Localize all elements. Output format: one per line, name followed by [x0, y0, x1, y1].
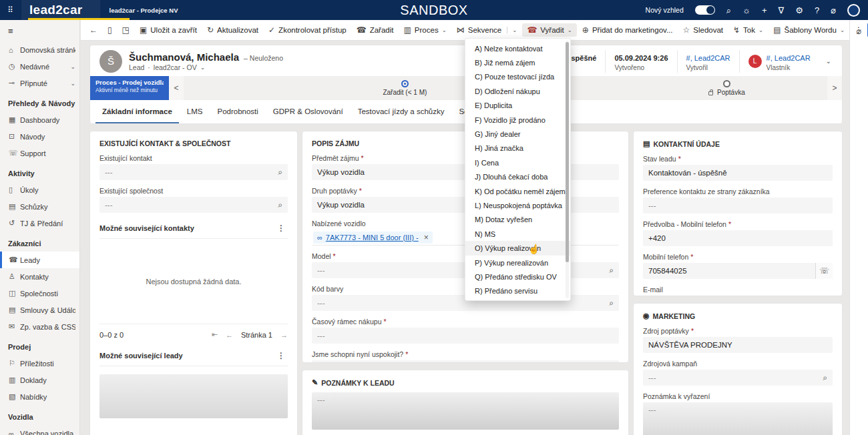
tab-gdpr-oslovovani[interactable]: GDPR & Oslovování	[266, 100, 350, 124]
field-input[interactable]: ---	[312, 328, 619, 344]
sidebar-item-dashboardy[interactable]: ▦ Dashboardy	[0, 111, 79, 128]
menu-item[interactable]: N) MS	[465, 227, 570, 241]
menu-item[interactable]: A) Nelze kontaktovat	[465, 41, 570, 55]
sidebar-section-zakaznici[interactable]: Zákazníci	[0, 232, 79, 252]
sidebar-item-support[interactable]: ☏ Support	[0, 145, 79, 161]
tab-podrobnosti[interactable]: Podrobnosti	[210, 100, 264, 124]
field-input[interactable]: ---	[643, 402, 833, 435]
sidebar-item-prilezitosti[interactable]: ⚐ Příležitosti	[0, 355, 79, 372]
field-input[interactable]: --- ⌕	[99, 164, 288, 180]
lightbulb-icon[interactable]: ☼	[742, 6, 750, 15]
check-access-button[interactable]: ✓ Zkontrolovat přístup	[264, 23, 351, 37]
sidebar-section-vozidla[interactable]: Vozidla	[0, 405, 79, 425]
menu-item[interactable]: M) Dotaz vyřešen	[465, 213, 570, 227]
user-avatar[interactable]	[847, 4, 860, 17]
field-input[interactable]: ---	[312, 360, 619, 363]
tab-testovaci-jizdy[interactable]: Testovací jízdy a schůzky	[351, 100, 451, 124]
lookup-search-icon[interactable]: ⌕	[278, 200, 282, 209]
process-stage-box[interactable]: Proces - Prodej vozidla o... Aktivní mén…	[90, 76, 169, 100]
lookup-search-icon[interactable]: ⌕	[609, 266, 614, 275]
sidebar-item-smlouvy-udalosti[interactable]: ▤ Smlouvy & Události	[0, 302, 79, 318]
sidebar-section-aktivity[interactable]: Aktivity	[0, 161, 79, 181]
sidebar-item-nabidky[interactable]: ▧ Nabídky	[0, 388, 79, 405]
process-scroll-right-icon[interactable]: >	[827, 76, 842, 100]
field-input[interactable]: --- ⌕	[99, 197, 288, 213]
menu-item[interactable]: O) Výkup realizován	[465, 241, 570, 255]
menu-item[interactable]: P) Výkup nerealizován	[465, 256, 570, 270]
field-input[interactable]: +420	[643, 230, 833, 246]
sidebar-section-prehledy[interactable]: Přehledy & Návody	[0, 91, 79, 111]
field-input[interactable]: Kontaktován - úspěšně	[643, 165, 833, 181]
menu-item[interactable]: L) Neuspokojená poptávka	[465, 198, 570, 212]
scrollbar-thumb[interactable]	[566, 42, 569, 262]
add-icon[interactable]: +	[762, 6, 767, 15]
field-input[interactable]: --- ⌕	[643, 370, 833, 386]
sidebar-item-home[interactable]: ⌂ Domovská stránka	[0, 41, 79, 58]
sidebar-item-navody[interactable]: ⊡ Návody	[0, 128, 79, 145]
scrollbar[interactable]	[566, 41, 569, 298]
status-circle-icon[interactable]: ⌀	[831, 6, 836, 15]
field-input[interactable]: ---	[643, 197, 833, 213]
sidebar-item-doklady[interactable]: ▥ Doklady	[0, 372, 79, 388]
menu-item[interactable]: Q) Předáno středisku OV	[465, 270, 570, 284]
field-input[interactable]: 705844025 ☏	[643, 263, 833, 279]
side-pane-icon[interactable]: ⌀	[857, 26, 862, 435]
process-scroll-left-icon[interactable]: <	[169, 76, 184, 100]
menu-item[interactable]: F) Vozidlo již prodáno	[465, 113, 570, 127]
menu-item[interactable]: H) Jiná značka	[465, 141, 570, 155]
form-selector[interactable]: lead2car - OV	[154, 63, 197, 71]
sidebar-item-zp-vazba-css[interactable]: ✉ Zp. vazba & CSS	[0, 318, 79, 335]
stat-created-by[interactable]: #, Lead2CAR Vytvořil	[677, 50, 739, 73]
stat-owner[interactable]: L #, Lead2CAR Vlastník	[739, 50, 819, 73]
waffle-icon[interactable]: ⠿	[0, 5, 21, 15]
next-page-icon[interactable]: →	[280, 331, 288, 339]
sidebar-item-pinned[interactable]: ⊸ Připnuté ⌄	[0, 75, 79, 91]
related-leads-grid[interactable]	[99, 374, 288, 418]
menu-item[interactable]: B) Již nemá zájem	[465, 55, 570, 69]
menu-item[interactable]: E) Duplicita	[465, 99, 570, 113]
previous-page-icon[interactable]: ←	[226, 331, 233, 339]
disqualify-button[interactable]: ☎ Vyřadit ⌄	[522, 23, 576, 37]
close-icon[interactable]: ×	[424, 233, 429, 242]
more-options-icon[interactable]: ⋮	[274, 224, 288, 233]
menu-item[interactable]: R) Předáno servisu	[465, 284, 570, 298]
sidebar-item-recent[interactable]: ◷ Nedávné ⌄	[0, 58, 79, 75]
vehicle-tag[interactable]: ∞ 7AK7773 - MINI 5 door (III) - ×	[313, 232, 433, 244]
overflow-button[interactable]: ⋮	[850, 23, 867, 37]
gear-icon[interactable]: ⚙	[795, 6, 803, 15]
sidebar-item-spolecnosti[interactable]: ◫ Společnosti	[0, 285, 79, 302]
sidebar-section-prodej[interactable]: Prodej	[0, 335, 79, 355]
follow-button[interactable]: ☆ Sledovat	[678, 23, 728, 37]
back-button[interactable]: ←	[85, 23, 102, 37]
search-icon[interactable]: ⌕	[726, 6, 731, 15]
menu-item[interactable]: D) Odložení nákupu	[465, 84, 570, 98]
chevron-down-icon[interactable]: ⌄	[200, 64, 206, 71]
popout-button[interactable]: ◳	[118, 23, 134, 37]
form-tabs-button[interactable]: ▯	[103, 23, 117, 37]
qualify-button[interactable]: ☎ Zařadit	[352, 23, 399, 37]
sidebar-item-leady[interactable]: ☎ Leady	[0, 252, 79, 268]
filter-icon[interactable]: ∇	[779, 6, 785, 15]
stat-created-on[interactable]: 05.09.2024 9:26 Vytvořeno	[605, 50, 676, 73]
menu-item[interactable]: K) Od počátku neměl zájem	[465, 184, 570, 198]
menu-item[interactable]: I) Cena	[465, 155, 570, 169]
phone-icon[interactable]: ☏	[815, 263, 833, 279]
refresh-button[interactable]: ↻ Aktualizovat	[202, 23, 263, 37]
sidebar-item-tj-predani[interactable]: ↺ TJ & Předání	[0, 215, 79, 232]
sequence-button[interactable]: ⋈ Sekvence ⌄	[452, 23, 522, 37]
add-to-marketing-button[interactable]: ⊕ Přidat do marketingov...	[578, 23, 678, 37]
sidebar-item-ukoly[interactable]: ▯ Úkoly	[0, 181, 79, 198]
more-options-icon[interactable]: ⋮	[274, 351, 288, 360]
field-input[interactable]: NÁVŠTĚVA PRODEJNY	[643, 337, 833, 353]
hamburger-icon[interactable]: ≡	[0, 20, 79, 41]
lookup-search-icon[interactable]: ⌕	[823, 373, 827, 382]
word-templates-button[interactable]: ▤ Šablony Wordu ⌄	[769, 23, 849, 37]
menu-item[interactable]: J) Dlouhá čekací doba	[465, 170, 570, 184]
first-page-icon[interactable]: ⇤	[212, 330, 218, 339]
lookup-search-icon[interactable]: ⌕	[609, 298, 614, 308]
tab-zakladni-informace[interactable]: Základní informace	[95, 100, 179, 124]
flow-button[interactable]: ↯ Tok ⌄	[728, 23, 768, 37]
process-button[interactable]: ▥ Proces ⌄	[399, 23, 451, 37]
menu-item[interactable]: C) Pouze testovací jízda	[465, 70, 570, 84]
vehicle-record-link[interactable]: 7AK7773 - MINI 5 door (III) -	[326, 234, 419, 242]
